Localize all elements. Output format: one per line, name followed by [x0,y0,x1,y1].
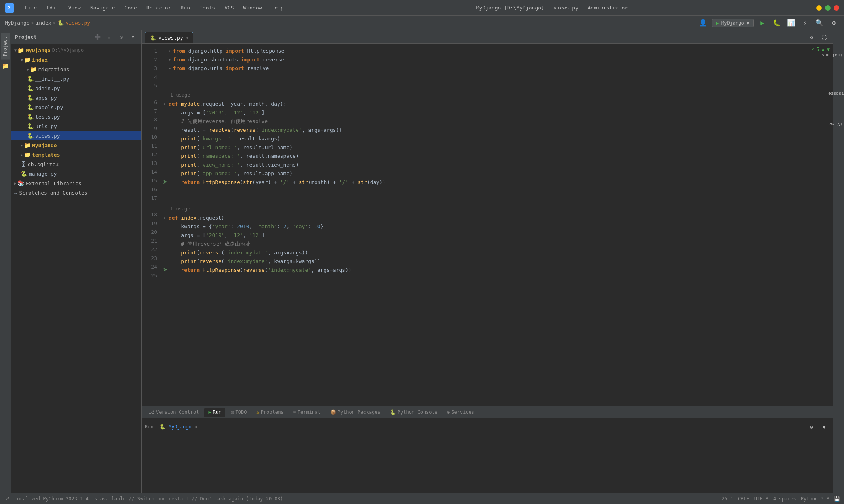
menu-navigate[interactable]: Navigate [86,3,119,12]
code-line-14[interactable]: print('app_name: ', result.app_name) [169,169,833,178]
tree-mydjango-folder[interactable]: ▶ 📁 MyDjango [11,140,141,150]
vcs-status[interactable]: ⎇ [4,496,10,502]
code-line-21[interactable]: # 使用reverse生成路由地址 [169,240,833,248]
line-separator[interactable]: CRLF [738,496,749,502]
project-collapse-icon[interactable]: ⊟ [105,32,114,41]
tree-admin-py[interactable]: 🐍 admin.py [11,83,141,93]
maximize-button[interactable] [825,5,831,11]
close-button[interactable] [834,5,839,11]
tab-terminal[interactable]: ⌨ Terminal [289,408,324,417]
project-add-icon[interactable]: ➕ [93,32,102,41]
side-panel-label: Project 📁 [0,30,11,493]
code-line-2[interactable]: ▸ from django.shortcuts import reverse [169,55,833,64]
project-settings-icon[interactable]: ⚙ [117,32,125,41]
tree-root[interactable]: ▼ 📁 MyDjango D:\MyDjango [11,45,141,55]
settings-button[interactable]: ⚙ [828,17,839,28]
code-line-5[interactable] [169,81,833,90]
menu-run[interactable]: Run [177,3,194,12]
coverage-button[interactable]: 📊 [785,17,796,28]
code-line-9[interactable]: result = resolve(reverse('index:mydate',… [169,126,833,135]
run-config-dropdown[interactable]: ▶ MyDjango ▼ [712,19,754,27]
code-line-25[interactable] [169,275,833,283]
python-version[interactable]: Python 3.8 [801,496,829,502]
run-close-icon[interactable]: ✕ [195,424,198,430]
database-tool[interactable]: Database [823,89,844,98]
tree-models-py[interactable]: 🐍 models.py [11,102,141,112]
tree-apps-py[interactable]: 🐍 apps.py [11,93,141,102]
editor-expand-icon[interactable]: ⛶ [819,32,830,43]
code-line-11[interactable]: print('url_name: ', result.url_name) [169,143,833,152]
code-line-15[interactable]: ⮞ return HttpResponse(str(year) + '/' + … [169,178,833,187]
tree-scratches-consoles[interactable]: ✏️ Scratches and Consoles [11,188,141,197]
code-line-23[interactable]: print(reverse('index:mydate', kwargs=kwa… [169,257,833,266]
tab-python-packages[interactable]: 📦 Python Packages [326,408,384,417]
tree-tests-py[interactable]: 🐍 tests.py [11,112,141,121]
menu-vcs[interactable]: VCS [221,3,238,12]
code-line-6[interactable]: ▸ def mydate(request, year, month, day): [169,100,833,108]
tree-index-folder[interactable]: ▼ 📁 index [11,55,141,64]
code-line-19[interactable]: kwargs = {'year': 2010, 'month': 2, 'day… [169,222,833,231]
tab-services[interactable]: ⚙ Services [443,408,478,417]
tree-views-py[interactable]: 🐍 views.py [11,131,141,140]
project-close-icon[interactable]: ✕ [129,32,137,41]
code-content[interactable]: ▸ from django.http import HttpResponse ▸… [162,44,833,406]
tree-db-sqlite3[interactable]: 🗄 db.sqlite3 [11,159,141,169]
project-panel-toggle[interactable]: Project [1,33,10,60]
run-name[interactable]: MyDjango [169,424,192,430]
code-line-1[interactable]: ▸ from django.http import HttpResponse [169,47,833,55]
code-line-22[interactable]: print(reverse('index:mydate', args=args)… [169,248,833,257]
tree-external-libraries[interactable]: ▶ 📚 External Libraries [11,178,141,188]
code-line-18[interactable]: ▸ def index(request): [169,214,833,222]
code-line-10[interactable]: print('kwargs: ', result.kwargs) [169,135,833,143]
breadcrumb-project[interactable]: MyDjango [5,20,30,26]
project-icon[interactable]: 📁 [2,63,9,69]
menu-tools[interactable]: Tools [196,3,219,12]
cursor-position[interactable]: 25:1 [722,496,733,502]
status-message[interactable]: Localized PyCharm 2023.1.4 is available … [14,496,283,502]
tab-views-py[interactable]: 🐍 views.py ✕ [145,32,193,43]
tab-python-console[interactable]: 🐍 Python Console [386,408,441,417]
code-line-4[interactable] [169,73,833,81]
code-line-16[interactable] [169,187,833,195]
code-line-7[interactable]: args = ['2019', '12', '12'] [169,108,833,117]
code-line-17[interactable] [169,195,833,204]
tree-manage-py[interactable]: 🐍 manage.py [11,169,141,178]
code-line-12[interactable]: print('namespace: ', result.namespace) [169,152,833,161]
editor-settings-icon[interactable]: ⚙ [806,32,817,43]
user-icon-btn[interactable]: 👤 [698,17,709,28]
minimize-button[interactable] [816,5,822,11]
search-everywhere-button[interactable]: 🔍 [814,17,825,28]
encoding[interactable]: UTF-8 [754,496,768,502]
code-line-20[interactable]: args = ['2019', '12', '12'] [169,231,833,240]
run-button[interactable]: ▶ [757,17,768,28]
tab-todo[interactable]: ☑ TODO [227,408,251,417]
indent-settings[interactable]: 4 spaces [773,496,796,502]
menu-view[interactable]: View [65,3,85,12]
notifications-tool[interactable]: Notifications [817,51,844,59]
tab-close-icon[interactable]: ✕ [186,35,188,40]
code-line-24[interactable]: ⮞ return HttpResponse(reverse('index:myd… [169,266,833,275]
menu-edit[interactable]: Edit [42,3,63,12]
tree-templates-folder[interactable]: ▶ 📁 templates [11,150,141,159]
code-line-3[interactable]: ▸ from django.urls import resolve [169,64,833,73]
run-collapse-icon[interactable]: ▼ [819,421,830,432]
sciview-tool[interactable]: SciView [825,120,844,129]
menu-code[interactable]: Code [121,3,141,12]
profile-button[interactable]: ⚡ [800,17,811,28]
tab-version-control[interactable]: ⎇ Version Control [145,408,203,417]
tab-problems[interactable]: ⚠ Problems [252,408,287,417]
debug-button[interactable]: 🐛 [771,17,782,28]
tree-init-py[interactable]: 🐍 __init__.py [11,74,141,83]
breadcrumb-file[interactable]: 🐍 views.py [57,20,90,26]
menu-refactor[interactable]: Refactor [143,3,175,12]
breadcrumb-index[interactable]: index [36,20,51,26]
tab-run[interactable]: ▶ Run [204,408,225,417]
code-line-13[interactable]: print('view_name: ', result.view_name) [169,161,833,169]
menu-window[interactable]: Window [240,3,266,12]
tree-migrations[interactable]: ▶ 📁 migrations [11,64,141,74]
run-settings-icon[interactable]: ⚙ [806,421,817,432]
menu-file[interactable]: File [21,3,41,12]
menu-help[interactable]: Help [268,3,288,12]
tree-urls-py[interactable]: 🐍 urls.py [11,121,141,131]
code-line-8[interactable]: # 先使用reverse. 再使用resolve [169,117,833,126]
